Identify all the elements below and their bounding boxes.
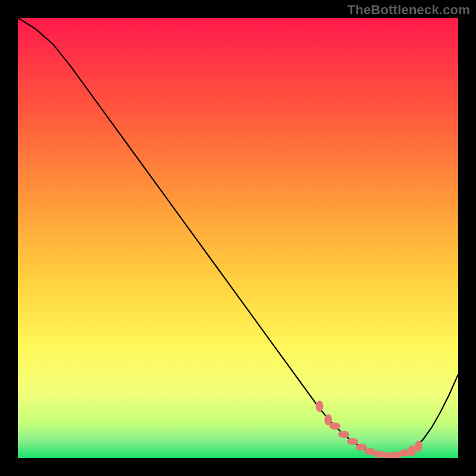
- curve-path: [18, 18, 458, 456]
- dot: [408, 445, 416, 456]
- dot: [373, 450, 384, 458]
- dot: [382, 452, 393, 458]
- dot: [400, 449, 411, 456]
- gradient-background: [18, 18, 458, 458]
- dot: [338, 431, 349, 438]
- dot: [324, 414, 332, 425]
- optimal-range-dots: [18, 18, 458, 458]
- dot: [391, 452, 402, 458]
- dot: [315, 400, 323, 412]
- dot: [356, 444, 367, 451]
- chart-frame: TheBottleneck.com: [0, 0, 476, 476]
- bottleneck-curve: [18, 18, 458, 458]
- dot: [415, 441, 422, 452]
- dot: [329, 422, 340, 430]
- heat-gradient: [18, 18, 458, 458]
- dot: [365, 448, 376, 455]
- dot: [347, 438, 358, 445]
- watermark-text: TheBottleneck.com: [347, 2, 470, 18]
- plot-area: [18, 18, 458, 458]
